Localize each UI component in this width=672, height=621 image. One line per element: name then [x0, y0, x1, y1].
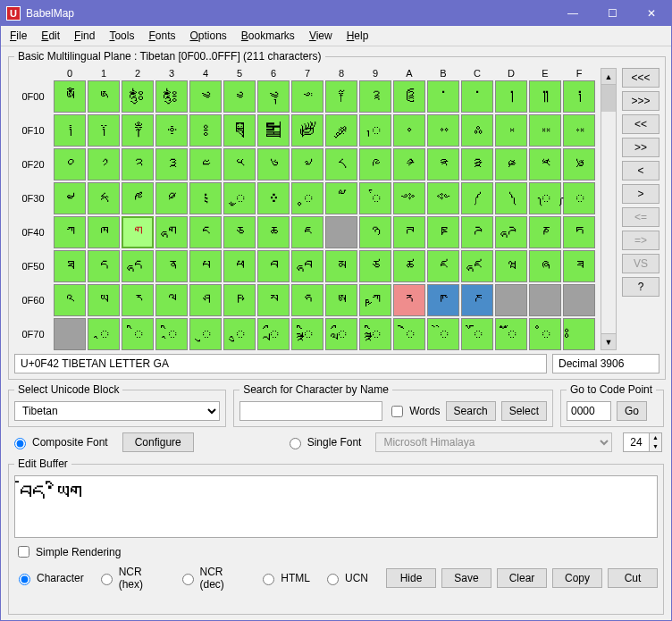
nav-button[interactable]: > — [622, 184, 659, 204]
char-cell[interactable]: ༮ — [529, 148, 561, 180]
char-cell[interactable]: ༾ — [529, 182, 561, 214]
char-cell[interactable]: ཥ — [223, 284, 256, 316]
font-size-down[interactable]: ▼ — [649, 442, 661, 451]
render-mode-radio-label[interactable]: NCR (hex) — [97, 566, 165, 591]
char-cell[interactable]: ༑ — [88, 114, 120, 147]
char-cell[interactable]: ༠ — [54, 148, 86, 180]
cut-button[interactable]: Cut — [608, 568, 658, 588]
menu-fonts[interactable]: Fonts — [143, 28, 181, 44]
select-button[interactable]: Select — [501, 401, 547, 421]
go-button[interactable]: Go — [617, 401, 647, 421]
char-cell[interactable]: ༡ — [88, 148, 120, 180]
clear-button[interactable]: Clear — [497, 568, 547, 588]
char-cell[interactable]: ཞ — [529, 250, 561, 282]
char-cell[interactable]: ༎ — [529, 80, 561, 113]
menu-tools[interactable]: Tools — [104, 28, 139, 44]
render-mode-radio[interactable] — [327, 574, 339, 585]
char-cell[interactable]: ། — [495, 80, 527, 113]
render-mode-radio-label[interactable]: HTML — [258, 571, 310, 585]
menu-find[interactable]: Find — [69, 28, 100, 44]
char-cell[interactable]: ཱི — [155, 318, 188, 350]
char-cell[interactable]: ༥ — [223, 148, 256, 180]
font-size-spinner[interactable]: ▲ ▼ — [623, 432, 662, 452]
char-cell[interactable]: ༘ — [325, 114, 357, 147]
char-cell[interactable]: ༜ — [461, 114, 493, 147]
configure-button[interactable]: Configure — [122, 432, 194, 452]
char-cell[interactable]: ཧ — [291, 284, 323, 316]
char-cell[interactable]: ༳ — [155, 182, 188, 214]
char-cell[interactable]: ཀྵ — [359, 284, 391, 316]
menu-file[interactable]: File — [4, 28, 32, 44]
char-cell[interactable]: ྲྀ — [257, 318, 290, 350]
grid-scrollbar[interactable]: ▲ ▼ — [601, 68, 617, 350]
char-cell[interactable]: ༻ — [427, 182, 459, 214]
char-cell[interactable]: ལ — [155, 284, 188, 316]
char-cell[interactable]: ཾ — [529, 318, 561, 350]
char-cell[interactable]: ཉ — [359, 216, 391, 248]
char-cell[interactable]: ༽ — [495, 182, 527, 214]
char-cell[interactable]: ༂ — [122, 80, 154, 113]
char-cell[interactable]: ༴ — [189, 182, 222, 214]
single-font-radio[interactable] — [290, 438, 301, 449]
char-cell[interactable]: ༐ — [54, 114, 86, 147]
char-cell[interactable]: ༏ — [563, 80, 595, 113]
char-cell[interactable]: ར — [122, 284, 154, 316]
font-size-input[interactable] — [624, 433, 649, 451]
char-cell[interactable]: ཛྷ — [461, 250, 493, 282]
render-mode-radio[interactable] — [182, 574, 194, 585]
char-cell[interactable]: ༯ — [563, 148, 595, 180]
char-cell[interactable]: བྷ — [291, 250, 323, 282]
save-button[interactable]: Save — [441, 568, 491, 588]
minimize-button[interactable]: — — [553, 1, 592, 26]
nav-button[interactable]: ? — [622, 277, 659, 297]
char-cell[interactable]: ཚ — [393, 250, 425, 282]
char-cell[interactable]: ཿ — [563, 318, 595, 350]
char-cell[interactable]: ཽ — [495, 318, 527, 350]
render-mode-radio[interactable] — [19, 574, 30, 585]
copy-button[interactable]: Copy — [552, 568, 602, 588]
char-cell[interactable]: ཛ — [427, 250, 459, 282]
char-cell[interactable]: ༨ — [325, 148, 357, 180]
char-cell[interactable]: ཌྷ — [495, 216, 527, 248]
char-cell[interactable]: ༰ — [54, 182, 86, 214]
char-cell[interactable]: ཱུ — [223, 318, 256, 350]
font-size-up[interactable]: ▲ — [649, 433, 661, 442]
char-cell[interactable]: ག — [122, 216, 154, 248]
edit-buffer-textarea[interactable] — [14, 475, 658, 538]
char-cell[interactable]: ཱ — [88, 318, 120, 350]
search-input[interactable] — [239, 401, 382, 421]
char-cell[interactable]: ༸ — [325, 182, 357, 214]
maximize-button[interactable]: ☐ — [592, 1, 632, 26]
char-cell[interactable]: ༤ — [189, 148, 222, 180]
char-cell[interactable]: ཌ — [461, 216, 493, 248]
char-cell[interactable]: ༟ — [563, 114, 595, 147]
unicode-block-select[interactable]: Tibetan — [14, 401, 220, 421]
char-cell[interactable]: འ — [54, 284, 86, 316]
char-cell[interactable]: ༫ — [427, 148, 459, 180]
char-cell[interactable]: ི — [122, 318, 154, 350]
char-cell[interactable]: ༶ — [257, 182, 290, 214]
char-cell[interactable]: ཎ — [529, 216, 561, 248]
char-cell[interactable]: ༓ — [155, 114, 188, 147]
char-cell[interactable]: ཻ — [427, 318, 459, 350]
char-cell[interactable]: ༚ — [393, 114, 425, 147]
char-cell[interactable]: ༇ — [291, 80, 323, 113]
char-cell[interactable]: ༌ — [461, 80, 493, 113]
char-cell[interactable]: ༛ — [427, 114, 459, 147]
char-cell[interactable]: ༞ — [529, 114, 561, 147]
composite-font-radio[interactable] — [14, 438, 26, 449]
char-cell[interactable]: ཊ — [393, 216, 425, 248]
composite-font-radio-label[interactable]: Composite Font — [10, 435, 108, 449]
char-cell[interactable]: དྷ — [122, 250, 154, 282]
char-cell[interactable] — [325, 216, 357, 248]
char-cell[interactable]: ླྀ — [325, 318, 357, 350]
char-cell[interactable]: ༭ — [495, 148, 527, 180]
char-cell[interactable]: ུ — [189, 318, 222, 350]
char-cell[interactable]: ༃ — [155, 80, 188, 113]
char-cell[interactable]: པ — [189, 250, 222, 282]
words-checkbox-label[interactable]: Words — [388, 403, 440, 420]
char-cell[interactable]: ོ — [461, 318, 493, 350]
char-cell[interactable]: ང — [189, 216, 222, 248]
char-cell[interactable]: ༼ — [461, 182, 493, 214]
char-cell[interactable]: ༣ — [155, 148, 188, 180]
